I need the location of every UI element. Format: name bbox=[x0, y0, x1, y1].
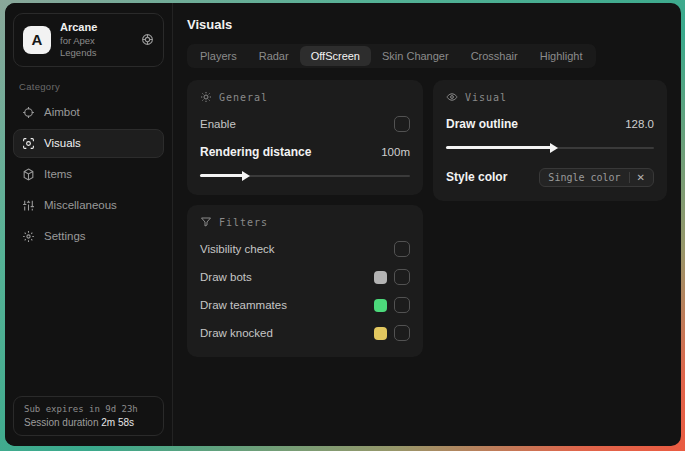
sidebar-item-label: Visuals bbox=[44, 137, 81, 149]
desktop-background: A Arcane for Apex Legends Category bbox=[0, 0, 685, 451]
tab-radar[interactable]: Radar bbox=[248, 46, 300, 66]
draw-teammates-label: Draw teammates bbox=[200, 299, 287, 311]
draw-bots-label: Draw bots bbox=[200, 271, 252, 283]
tab-highlight[interactable]: Highlight bbox=[529, 46, 594, 66]
sub-expiry-text: Sub expires in 9d 23h bbox=[24, 404, 153, 414]
tab-players[interactable]: Players bbox=[189, 46, 248, 66]
tab-offscreen[interactable]: OffScreen bbox=[300, 46, 371, 66]
draw-knocked-label: Draw knocked bbox=[200, 327, 273, 339]
sidebar-item-miscellaneous[interactable]: Miscellaneous bbox=[13, 191, 164, 220]
visuals-tabbar: Players Radar OffScreen Skin Changer Cro… bbox=[187, 44, 596, 68]
slider-thumb[interactable] bbox=[242, 171, 250, 181]
draw-outline-row: Draw outline 128.0 bbox=[446, 113, 654, 135]
draw-bots-color-swatch[interactable] bbox=[374, 271, 387, 284]
draw-knocked-color-swatch[interactable] bbox=[374, 327, 387, 340]
draw-outline-slider[interactable] bbox=[446, 142, 654, 154]
visual-panel: Visual Draw outline 128.0 Style col bbox=[433, 80, 667, 201]
enable-row: Enable bbox=[200, 113, 410, 135]
draw-outline-value: 128.0 bbox=[625, 118, 654, 130]
visibility-check-checkbox[interactable] bbox=[394, 241, 410, 257]
sidebar-item-settings[interactable]: Settings bbox=[13, 222, 164, 251]
draw-outline-label: Draw outline bbox=[446, 117, 518, 131]
close-icon[interactable]: ✕ bbox=[629, 172, 645, 183]
style-color-select[interactable]: Single color ✕ bbox=[539, 168, 654, 187]
app-logo: A bbox=[23, 26, 51, 54]
sidebar: A Arcane for Apex Legends Category bbox=[5, 3, 173, 446]
session-duration-text: Session duration 2m 58s bbox=[24, 417, 153, 428]
main-content: Visuals Players Radar OffScreen Skin Cha… bbox=[173, 3, 681, 446]
visual-panel-title: Visual bbox=[465, 92, 507, 103]
sliders-icon bbox=[22, 199, 35, 212]
sidebar-item-label: Aimbot bbox=[44, 106, 80, 118]
sidebar-item-label: Settings bbox=[44, 230, 86, 242]
slider-thumb[interactable] bbox=[550, 143, 558, 153]
visibility-check-row: Visibility check bbox=[200, 238, 410, 260]
style-color-row: Style color Single color ✕ bbox=[446, 166, 654, 188]
draw-knocked-checkbox[interactable] bbox=[394, 325, 410, 341]
draw-teammates-checkbox[interactable] bbox=[394, 297, 410, 313]
app-subtitle: for Apex Legends bbox=[60, 35, 132, 59]
box-icon bbox=[22, 168, 35, 181]
style-color-label: Style color bbox=[446, 170, 507, 184]
general-panel: General Enable Rendering distance 100m bbox=[187, 80, 423, 195]
sidebar-item-label: Miscellaneous bbox=[44, 199, 117, 211]
draw-bots-checkbox[interactable] bbox=[394, 269, 410, 285]
sidebar-item-label: Items bbox=[44, 168, 72, 180]
page-title: Visuals bbox=[187, 17, 667, 32]
crosshair-icon bbox=[22, 106, 35, 119]
tab-crosshair[interactable]: Crosshair bbox=[460, 46, 529, 66]
rendering-distance-label: Rendering distance bbox=[200, 145, 311, 159]
rendering-distance-row: Rendering distance 100m bbox=[200, 141, 410, 163]
logo-card: A Arcane for Apex Legends bbox=[13, 13, 164, 67]
filters-panel: Filters Visibility check Draw bots bbox=[187, 205, 423, 357]
draw-teammates-color-swatch[interactable] bbox=[374, 299, 387, 312]
funnel-icon bbox=[200, 216, 212, 228]
enable-label: Enable bbox=[200, 118, 236, 130]
sun-icon bbox=[200, 91, 212, 103]
style-color-value: Single color bbox=[548, 172, 620, 183]
eye-icon bbox=[446, 91, 458, 103]
tab-skin-changer[interactable]: Skin Changer bbox=[371, 46, 460, 66]
category-label: Category bbox=[19, 81, 158, 92]
sidebar-item-items[interactable]: Items bbox=[13, 160, 164, 189]
visibility-check-label: Visibility check bbox=[200, 243, 275, 255]
subscription-status-card: Sub expires in 9d 23h Session duration 2… bbox=[13, 396, 164, 436]
enable-checkbox[interactable] bbox=[394, 116, 410, 132]
draw-teammates-row: Draw teammates bbox=[200, 294, 410, 316]
rendering-distance-slider[interactable] bbox=[200, 170, 410, 182]
lifebuoy-support-icon[interactable] bbox=[141, 33, 154, 46]
rendering-distance-value: 100m bbox=[381, 146, 410, 158]
eye-scan-icon bbox=[22, 137, 35, 150]
draw-bots-row: Draw bots bbox=[200, 266, 410, 288]
sidebar-item-visuals[interactable]: Visuals bbox=[13, 129, 164, 158]
draw-knocked-row: Draw knocked bbox=[200, 322, 410, 344]
gear-icon bbox=[22, 230, 35, 243]
session-duration-value: 2m 58s bbox=[101, 417, 134, 428]
general-panel-title: General bbox=[219, 92, 268, 103]
sidebar-nav: Aimbot Visuals bbox=[13, 98, 164, 251]
filters-panel-title: Filters bbox=[219, 217, 268, 228]
app-window: A Arcane for Apex Legends Category bbox=[5, 3, 681, 446]
sidebar-item-aimbot[interactable]: Aimbot bbox=[13, 98, 164, 127]
app-title: Arcane bbox=[60, 21, 132, 35]
